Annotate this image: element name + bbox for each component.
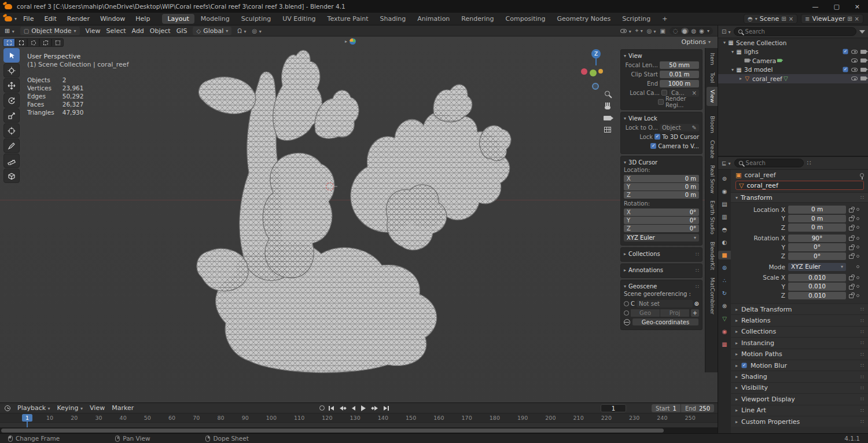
menu-help[interactable]: Help: [131, 14, 154, 24]
section-visibility[interactable]: ▸Visibility∷: [731, 382, 868, 393]
expand-arrow-icon[interactable]: ▸: [738, 76, 744, 81]
tab-modeling[interactable]: Modeling: [196, 14, 235, 24]
section-relations[interactable]: ▸Relations∷: [731, 314, 868, 325]
collapse-chevron-icon[interactable]: ▾: [624, 116, 626, 121]
viewport-menu-gis[interactable]: GIS: [176, 27, 187, 35]
viewport-menu-add[interactable]: Add: [132, 27, 144, 35]
animate-dot-icon[interactable]: [856, 208, 859, 211]
tab-real-snow[interactable]: Real Snow: [707, 162, 718, 196]
geo-field[interactable]: Geo: [631, 309, 660, 317]
viewport-menu-select[interactable]: Select: [106, 27, 126, 35]
proj-field[interactable]: Proj: [660, 309, 689, 317]
tab-render-icon[interactable]: ◉: [718, 187, 731, 196]
tab-bloom[interactable]: Bloom: [707, 113, 718, 136]
coral-mesh[interactable]: [191, 45, 538, 381]
animate-dot-icon[interactable]: [856, 246, 859, 248]
menu-render[interactable]: Render: [63, 14, 94, 24]
timeline-scrollbar[interactable]: [0, 427, 718, 433]
tab-uv-editing[interactable]: UV Editing: [277, 14, 321, 24]
zoom-icon[interactable]: [605, 91, 610, 96]
scale-x-field[interactable]: 0.010: [788, 274, 846, 282]
gizmo-negative-z-axis[interactable]: [592, 83, 599, 90]
section-viewport-display[interactable]: ▸Viewport Display∷: [731, 393, 868, 404]
panel-options-icon[interactable]: ∷: [696, 268, 699, 273]
overlays-toggle[interactable]: ◎ ▾: [647, 28, 656, 34]
select-mode-tweak[interactable]: [3, 38, 15, 47]
panel-view-title[interactable]: View: [628, 53, 642, 59]
menu-edit[interactable]: Edit: [40, 14, 60, 24]
shading-chevron-icon[interactable]: ▾: [707, 28, 709, 34]
section-motion-paths[interactable]: ▸Motion Paths∷: [731, 349, 868, 360]
pan-hand-icon[interactable]: [605, 102, 610, 109]
tab-modifiers-icon[interactable]: ⊛: [718, 263, 731, 272]
camera-view-icon[interactable]: [604, 116, 611, 120]
tool-add-cube[interactable]: [3, 169, 20, 183]
gizmo-y-axis[interactable]: [590, 69, 597, 76]
lock-icon[interactable]: [849, 226, 854, 230]
scene-selector[interactable]: ◓ ▾ Scene ⊞ ×: [744, 14, 797, 24]
timeline-view-menu[interactable]: View: [90, 404, 105, 412]
section-motion-blur[interactable]: ▸✓Motion Blur∷: [731, 360, 868, 371]
panel-options-icon[interactable]: ∷: [807, 159, 811, 167]
focal-length-field[interactable]: 50 mm: [660, 61, 699, 69]
outliner-row-lighs[interactable]: ▾ ▦ lighs ✓: [718, 47, 868, 57]
section-custom-properties[interactable]: ▸Custom Properties∷: [731, 416, 868, 427]
collapse-chevron-icon[interactable]: ▸: [624, 268, 626, 273]
app-menu-chevron-icon[interactable]: ▾: [14, 16, 17, 21]
panel-collections-title[interactable]: Collections: [628, 251, 660, 257]
tool-scale[interactable]: [3, 108, 20, 123]
tab-earth-studio[interactable]: Earth Studio: [707, 197, 718, 237]
gizmo-z-axis[interactable]: Z: [591, 49, 601, 58]
tab-scene-icon[interactable]: ◓: [718, 225, 731, 234]
tool-measure[interactable]: [3, 153, 20, 168]
breadcrumb-label[interactable]: coral_reef: [744, 171, 775, 179]
gizmo-center-dot[interactable]: [598, 69, 603, 74]
motion-blur-checkbox[interactable]: ✓: [742, 363, 747, 368]
play-reverse-button[interactable]: [350, 404, 357, 412]
auto-key-record-button[interactable]: [319, 405, 325, 411]
panel-options-icon[interactable]: ∷: [860, 408, 864, 413]
expand-arrow-icon[interactable]: ▾: [730, 67, 735, 72]
hide-eye-icon[interactable]: [851, 68, 858, 72]
tab-world-icon[interactable]: ◐: [718, 238, 731, 247]
animate-dot-icon[interactable]: [856, 217, 859, 220]
panel-options-icon[interactable]: ∷: [860, 340, 864, 346]
end-frame-field[interactable]: End250: [681, 404, 714, 412]
outliner-row-scene-collection[interactable]: ▾ ▦ Scene Collection: [718, 38, 868, 47]
rotation-y-field[interactable]: 0°: [788, 243, 846, 251]
play-button[interactable]: [359, 404, 367, 412]
eyedropper-icon[interactable]: ✎: [692, 124, 697, 131]
select-mode-lasso[interactable]: [39, 38, 52, 47]
tab-scripting[interactable]: Scripting: [617, 14, 656, 24]
add-workspace-button[interactable]: +: [657, 14, 672, 24]
clip-start-field[interactable]: 0.01 m: [660, 71, 699, 78]
animate-dot-icon[interactable]: [856, 255, 859, 258]
new-viewlayer-icon[interactable]: ⊞: [847, 16, 852, 22]
tab-create[interactable]: Create: [707, 137, 718, 162]
transform-panel-header[interactable]: ▾ Transform ∷: [731, 192, 868, 203]
playhead[interactable]: 1: [22, 414, 32, 422]
location-x-field[interactable]: 0 m: [788, 206, 846, 214]
crs-radio[interactable]: [624, 301, 629, 306]
marker-menu[interactable]: Marker: [112, 404, 134, 412]
outliner-item-label[interactable]: Scene Collection: [736, 39, 786, 46]
lock-to-object-field[interactable]: Object✎: [660, 124, 699, 131]
lock-icon[interactable]: [849, 237, 854, 241]
prev-keyframe-button[interactable]: [338, 404, 348, 412]
cursor-rot-x-field[interactable]: X0°: [624, 208, 699, 216]
timeline-track-area[interactable]: [0, 423, 718, 427]
tab-rendering[interactable]: Rendering: [456, 14, 499, 24]
panel-options-icon[interactable]: ∷: [696, 284, 699, 290]
animate-dot-icon[interactable]: [856, 226, 859, 229]
panel-options-icon[interactable]: ∷: [860, 374, 864, 380]
snap-toggle[interactable]: Ω ▾: [237, 27, 246, 35]
viewlayer-selector[interactable]: ≣ ViewLayer ⊞ ×: [801, 14, 863, 24]
cursor-rot-z-field[interactable]: Z0°: [624, 225, 699, 232]
blender-app-icon[interactable]: [5, 16, 12, 21]
local-camera-checkbox[interactable]: [661, 90, 667, 96]
gizmos-toggle[interactable]: ⌖ ▾: [635, 27, 643, 34]
outliner-search-input[interactable]: Search: [734, 27, 856, 36]
section-shading[interactable]: ▸Shading∷: [731, 371, 868, 382]
scale-y-field[interactable]: 0.010: [788, 283, 846, 291]
tab-texture-icon[interactable]: ▦: [718, 340, 731, 349]
